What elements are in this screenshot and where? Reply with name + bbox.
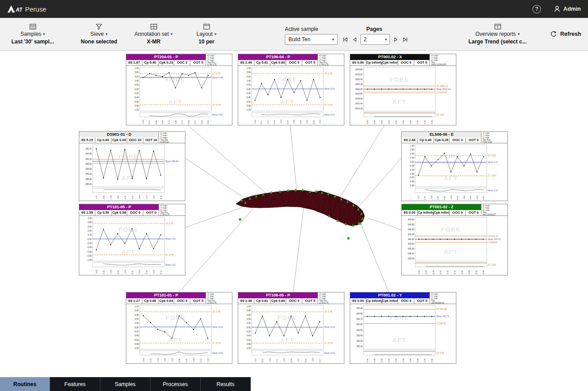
refresh-button[interactable]: Refresh	[550, 30, 581, 38]
spc-chart-EL506-06-E[interactable]: EL506-06 - EX <n/a>Y <n/a>Z <n/a>Tols Po…	[401, 131, 508, 201]
svg-text:AFT: AFT	[280, 99, 294, 105]
svg-text:-0.00: -0.00	[246, 327, 251, 329]
svg-text:UT 2.00: UT 2.00	[436, 113, 444, 116]
spc-chart-PT204-01-P[interactable]: PT204-01 - PX <n/a>Y <n/a>Z <n/a>Tols Po…	[126, 54, 232, 125]
chevron-down-icon: ▾	[518, 32, 520, 36]
svg-text:290.40: 290.40	[86, 153, 92, 155]
spc-chart-PT106-05-P[interactable]: PT106-05 - PX <n/a>Y <n/a>Z <n/a>Tols Po…	[238, 292, 344, 364]
tab-results[interactable]: Results	[201, 377, 251, 391]
svg-text:0.00: 0.00	[468, 270, 470, 274]
next-page-button[interactable]	[392, 36, 399, 43]
part-3d-model[interactable]	[236, 189, 365, 240]
active-sample-select[interactable]: Build Ten ▾	[285, 34, 338, 45]
svg-text:-0.60: -0.60	[246, 339, 251, 341]
svg-text:0.20: 0.20	[135, 322, 139, 324]
last-page-button[interactable]	[401, 36, 409, 43]
overview-reports-dropdown[interactable]: Overview reports▾ Large Trend (select c.…	[461, 24, 534, 45]
svg-text:AFT: AFT	[392, 337, 406, 344]
spc-chart-PT001.02-Y[interactable]: PT001.02 - YX <n/a>Y <n/a>Z <n/a>Tols260…	[350, 292, 456, 364]
first-page-button[interactable]	[342, 36, 349, 43]
spc-chart-PT101-01-P[interactable]: PT101-01 - PX <n/a>Y <n/a>Z <n/a>Tols Po…	[126, 292, 232, 364]
spc-chart-PT001.02-X[interactable]: PT001.02 - XX <n/a>Y <n/a>Z <n/a>Tols242…	[350, 54, 456, 125]
svg-text:-0.01: -0.01	[463, 195, 465, 200]
svg-text:Mean 0.01: Mean 0.01	[165, 263, 176, 266]
help-icon[interactable]: ?	[532, 5, 541, 13]
svg-text:-0.00: -0.00	[134, 327, 139, 329]
chart-stats: 6S 2.48Cp 0.40Cpk 0.26OOC 3OOT 0	[402, 137, 481, 143]
last-page-icon	[402, 37, 408, 43]
chart-stats: 6S 0.00Cp InfinityCpk InfinityOOC 0OOT 0	[350, 60, 430, 66]
svg-text:0.26: 0.26	[146, 270, 148, 274]
feature-marker-icon	[315, 190, 317, 193]
svg-text:639.40: 639.40	[408, 253, 414, 255]
chart-axis-legend: X <n/a>Y <n/a>Z <n/a>Tols Pos0.75/-0.75	[206, 292, 232, 304]
svg-text:0.40: 0.40	[247, 80, 251, 82]
svg-text:640.60: 640.60	[408, 223, 414, 226]
svg-text:0.00: 0.00	[381, 120, 383, 124]
svg-text:FORE: FORE	[390, 76, 409, 83]
svg-text:Mean 260.75: Mean 260.75	[436, 315, 449, 318]
svg-text:FORE: FORE	[278, 314, 297, 321]
page-select[interactable]: 2 ▾	[361, 34, 390, 45]
svg-text:0.20: 0.20	[410, 161, 414, 163]
svg-text:-0.21: -0.21	[164, 358, 166, 362]
samples-value: Last '30' sampl...	[11, 39, 54, 45]
tab-processes[interactable]: Processes	[150, 377, 201, 391]
svg-text:LT 639.87: LT 639.87	[488, 241, 498, 244]
tab-samples[interactable]: Samples	[100, 377, 150, 391]
svg-text:0.00: 0.00	[431, 358, 433, 362]
chevron-down-icon: ▾	[332, 38, 334, 42]
svg-text:0.60: 0.60	[88, 226, 92, 228]
overview-reports-value: Large Trend (select c...	[468, 39, 527, 45]
layout-dropdown[interactable]: Layout▾ 10 per	[185, 24, 228, 45]
user-menu[interactable]: Admin	[554, 5, 581, 13]
layout-icon	[203, 24, 210, 30]
chart-title: PT106-04 - P	[238, 54, 318, 60]
spc-chart-PT001-02-Z[interactable]: PT001-02 - ZX <n/a>Y <n/a>Z <n/a>Tols640…	[401, 204, 508, 275]
svg-text:0.66: 0.66	[155, 120, 157, 124]
svg-text:0.40: 0.40	[300, 120, 302, 124]
svg-text:0.00: 0.00	[373, 358, 376, 362]
svg-text:-0.52: -0.52	[171, 358, 173, 362]
svg-text:640.00: 640.00	[408, 238, 414, 241]
svg-text:0.66: 0.66	[207, 120, 209, 124]
svg-text:-0.00: -0.00	[134, 88, 139, 90]
svg-text:0.80: 0.80	[247, 71, 251, 73]
sieve-dropdown[interactable]: Sieve▾ None selected	[75, 24, 123, 45]
samples-dropdown[interactable]: Samples▾ Last '30' sampl...	[9, 24, 56, 45]
svg-text:-0.00: -0.00	[246, 88, 251, 90]
svg-text:0.00: 0.00	[409, 120, 412, 124]
svg-text:-0.40: -0.40	[87, 246, 92, 249]
bottom-tabs: RoutinesFeaturesSamplesProcessesResults	[0, 377, 588, 391]
next-page-icon	[393, 37, 399, 43]
svg-text:0.46: 0.46	[273, 120, 275, 124]
svg-text:260.60: 260.60	[356, 323, 363, 326]
svg-text:-0.27: -0.27	[297, 358, 300, 362]
tab-routines[interactable]: Routines	[0, 377, 50, 391]
annotation-set-dropdown[interactable]: Annotation set▾ X-MR	[125, 24, 182, 45]
user-name: Admin	[563, 6, 581, 12]
chart-feature-connector	[367, 218, 401, 230]
svg-text:Mean 0.01: Mean 0.01	[324, 87, 335, 90]
annotation-set-icon	[150, 24, 157, 30]
svg-text:Mean 0.17: Mean 0.17	[488, 189, 498, 192]
svg-text:UT 2420.13: UT 2420.13	[436, 85, 448, 87]
spc-chart-PT101-05-P[interactable]: PT101-05 - PX <n/a>Y <n/a>Z <n/a>Tols Po…	[79, 204, 185, 275]
svg-text:UT 2.00: UT 2.00	[436, 352, 444, 354]
svg-text:-1.00: -1.00	[134, 109, 139, 111]
spc-chart-DS901-01-D[interactable]: DS901-01 - DX <n/a>Y <n/a>Z <n/a>Tols Di…	[79, 131, 185, 201]
chart-plot: FOREAFT290.70290.40290.10289.80289.50289…	[79, 143, 185, 201]
chart-title: PT001-02 - Z	[402, 204, 481, 210]
toolbar: Samples▾ Last '30' sampl... Sieve▾ None …	[0, 18, 588, 51]
svg-text:0.45: 0.45	[482, 196, 485, 200]
svg-text:FORE: FORE	[390, 314, 409, 321]
chart-feature-connector	[179, 208, 253, 292]
svg-text:260.30: 260.30	[356, 340, 363, 342]
svg-text:0.26: 0.26	[117, 270, 119, 274]
svg-text:0.00: 0.00	[388, 120, 390, 124]
tab-features[interactable]: Features	[50, 377, 100, 391]
chevron-down-icon: ▾	[385, 38, 387, 42]
spc-chart-PT106-04-P[interactable]: PT106-04 - PX <n/a>Y <n/a>Z <n/a>Tols Po…	[238, 54, 344, 125]
chart-plot: FOREAFT1.000.800.600.400.20-0.00-0.20-0.…	[79, 216, 185, 275]
prev-page-button[interactable]	[351, 36, 359, 43]
